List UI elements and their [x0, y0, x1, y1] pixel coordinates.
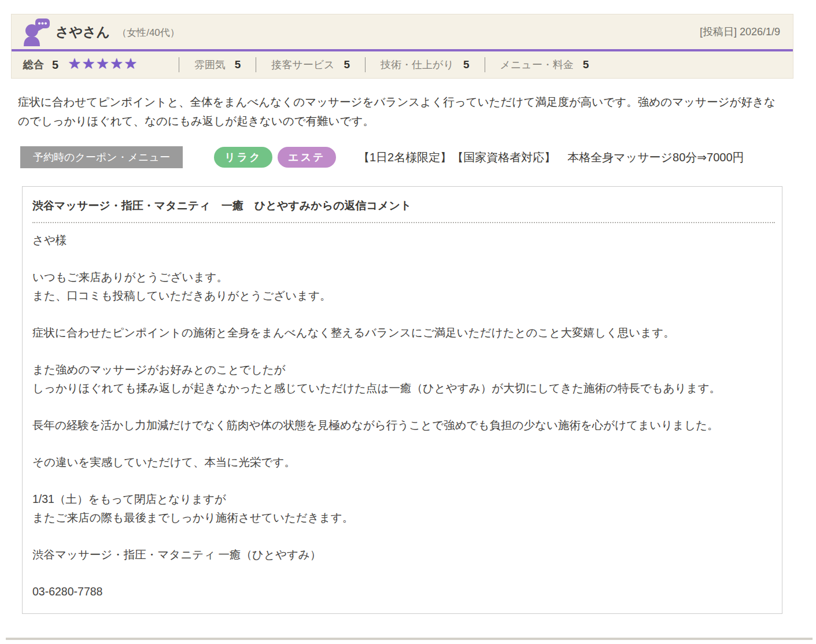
reply-line: しっかりほぐれても揉み返しが起きなかったと感じていただけた点は一癒（ひとやすみ）… — [32, 379, 775, 397]
reply-line: また、口コミも投稿していただきありがとうございます。 — [32, 286, 775, 305]
reply-line — [32, 397, 775, 416]
dotted-separator — [32, 222, 775, 223]
rating-label: 技術・仕上がり — [381, 58, 454, 72]
rating-value: 5 — [583, 58, 589, 71]
category-tags: リラク エステ — [214, 147, 336, 168]
reply-line: また強めのマッサージがお好みとのことでしたが — [32, 360, 775, 379]
overall-rating-label: 総合 — [23, 58, 44, 72]
reply-title: 渋谷マッサージ・指圧・マタニティ 一癒 ひとやすみからの返信コメント — [32, 198, 775, 222]
reply-line: 長年の経験を活かし力加減だけでなく筋肉や体の状態を見極めながら行うことで強めでも… — [32, 416, 775, 434]
coupon-label: 予約時のクーポン・メニュー — [20, 146, 183, 168]
review-text: 症状に合わせてピンポイントと、全体をまんべんなくのマッサージをバランスよく行って… — [18, 92, 784, 131]
coupon-menu-text: 【1日2名様限定】【国家資格者対応】 本格全身マッサージ80分⇒7000円 — [358, 150, 744, 165]
reply-line — [32, 527, 775, 545]
rating-label: メニュー・料金 — [500, 58, 574, 72]
reply-line: その違いを実感していただけて、本当に光栄です。 — [32, 453, 775, 471]
rating-label: 雰囲気 — [194, 58, 226, 72]
reply-line — [32, 564, 775, 582]
coupon-row: 予約時のクーポン・メニュー リラク エステ 【1日2名様限定】【国家資格者対応】… — [20, 146, 816, 169]
rating-value: 5 — [344, 58, 350, 71]
star-rating-icons: ★★★★★ — [68, 55, 138, 73]
reply-line: 症状に合わせたピンポイントの施術と全身をまんべんなく整えるバランスにご満足いただ… — [32, 323, 775, 342]
rating-item: 接客サービス 5 — [241, 57, 350, 72]
reply-line — [32, 471, 775, 490]
rating-item: メニュー・料金 5 — [470, 57, 589, 72]
category-tag: エステ — [278, 147, 336, 168]
rating-value: 5 — [235, 58, 241, 71]
reply-line: 1/31（土）をもって閉店となりますが — [32, 490, 775, 508]
ratings-bar: 総合 5 ★★★★★ 雰囲気 5 接客サービス 5 技術・仕上がり — [12, 51, 793, 78]
rating-item: 技術・仕上がり 5 — [350, 57, 469, 72]
reply-line: またご来店の際も最後までしっかり施術させていただきます。 — [32, 508, 775, 527]
reply-line — [32, 434, 775, 453]
rating-items: 雰囲気 5 接客サービス 5 技術・仕上がり 5 メニュー・料金 — [164, 57, 589, 72]
reply-line: 03-6280-7788 — [32, 582, 775, 601]
salon-reply-box: 渋谷マッサージ・指圧・マタニティ 一癒 ひとやすみからの返信コメント さや様 い… — [22, 186, 782, 614]
rating-divider — [485, 57, 485, 72]
user-avatar-icon — [22, 17, 50, 49]
review-header: さやさん （女性/40代） [投稿日] 2026/1/9 — [12, 14, 793, 51]
rating-value: 5 — [463, 58, 470, 71]
reply-line — [32, 249, 775, 268]
rating-item: 雰囲気 5 — [164, 57, 241, 72]
category-tag: リラク — [214, 147, 272, 168]
reply-line — [32, 305, 775, 323]
user-name: さやさん — [56, 23, 110, 41]
rating-label: 接客サービス — [271, 58, 334, 72]
reply-body: さや様 いつもご来店ありがとうございます。 また、口コミも投稿していただきありが… — [32, 231, 775, 601]
reply-line: 渋谷マッサージ・指圧・マタニティ 一癒（ひとやすみ） — [32, 545, 775, 564]
post-date: [投稿日] 2026/1/9 — [700, 25, 780, 39]
rating-divider — [256, 57, 256, 72]
section-divider — [6, 638, 813, 640]
user-meta: （女性/40代） — [117, 26, 180, 39]
review-card: さやさん （女性/40代） [投稿日] 2026/1/9 総合 5 ★★★★★ … — [11, 14, 793, 79]
reply-line: さや様 — [32, 231, 775, 249]
rating-divider — [365, 57, 365, 72]
reply-line — [32, 342, 775, 360]
overall-rating-value: 5 — [52, 58, 58, 72]
rating-divider — [179, 57, 179, 72]
reply-line: いつもご来店ありがとうございます。 — [32, 268, 775, 286]
